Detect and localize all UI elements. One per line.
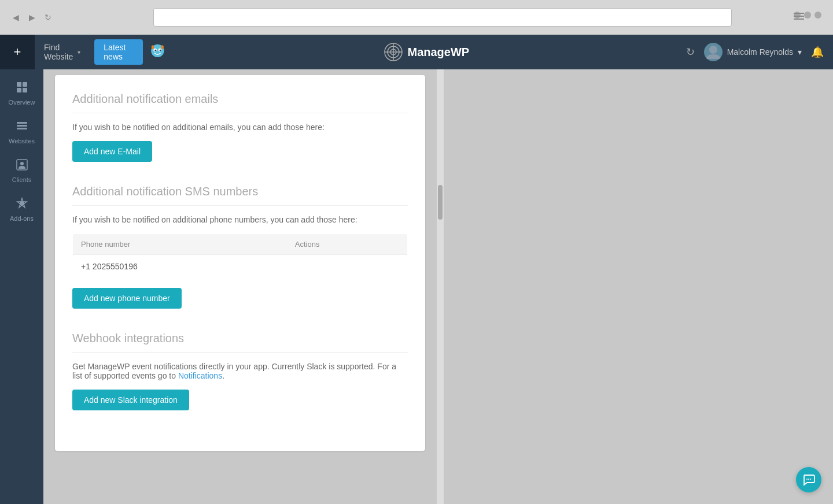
websites-icon (16, 120, 28, 135)
top-nav-left: + Find Website ▾ Latest news (0, 35, 168, 69)
sidebar-item-websites[interactable]: Websites (0, 114, 43, 150)
phone-col-header: Phone number (73, 234, 287, 255)
sms-section: Additional notification SMS numbers If y… (72, 185, 408, 309)
browser-menu-icon[interactable] (794, 13, 804, 20)
latest-news-button[interactable]: Latest news (94, 39, 143, 65)
refresh-icon[interactable]: ↻ (686, 46, 695, 58)
phone-table-header-row: Phone number Actions (73, 234, 408, 255)
clients-icon (16, 158, 28, 174)
scrollbar-thumb[interactable] (438, 185, 443, 220)
webhook-desc-after: . (222, 371, 224, 380)
sidebar: Overview Websites (0, 69, 43, 504)
circle-3 (814, 12, 821, 18)
find-website-label: Find Website (44, 43, 73, 61)
avatar (704, 43, 723, 61)
webhook-desc-before: Get ManageWP event notifications directl… (72, 362, 396, 380)
sidebar-item-overview-label: Overview (9, 99, 35, 106)
top-nav-right: ↻ Malcolm Reynolds ▾ 🔔 (686, 43, 833, 61)
add-slack-button[interactable]: Add new Slack integration (72, 390, 189, 410)
actions-cell (287, 255, 408, 279)
logo-icon (384, 43, 403, 61)
browser-chrome: ◀ ▶ ↻ (0, 0, 833, 35)
find-website-dropdown[interactable]: Find Website ▾ (35, 43, 90, 61)
reload-button[interactable]: ↻ (42, 11, 54, 24)
webhook-section: Webhook integrations Get ManageWP event … (72, 332, 408, 410)
forward-button[interactable]: ▶ (25, 11, 38, 24)
main-area: Overview Websites (0, 69, 833, 504)
emails-section-desc: If you wish to be notified on additional… (72, 123, 408, 132)
svg-rect-16 (23, 88, 27, 92)
phone-table-body: +1 2025550196 (73, 255, 408, 279)
actions-col-header: Actions (287, 234, 408, 255)
svg-rect-6 (161, 45, 164, 49)
svg-rect-17 (17, 122, 27, 124)
user-menu[interactable]: Malcolm Reynolds ▾ (704, 43, 802, 61)
phone-number-cell: +1 2025550196 (73, 255, 287, 279)
svg-point-4 (160, 50, 161, 51)
browser-nav: ◀ ▶ ↻ (9, 11, 54, 24)
sidebar-item-websites-label: Websites (9, 138, 35, 144)
sidebar-item-clients-label: Clients (12, 176, 32, 183)
top-nav-center: ManageWP (168, 43, 686, 61)
svg-point-12 (709, 46, 717, 54)
svg-rect-13 (17, 82, 21, 87)
sidebar-item-addons[interactable]: Add-ons (0, 191, 43, 228)
phone-table: Phone number Actions +1 2025550196 (72, 234, 408, 279)
settings-panel: Additional notification emails If you wi… (55, 75, 425, 451)
sms-section-title: Additional notification SMS numbers (72, 185, 408, 206)
emails-section: Additional notification emails If you wi… (72, 92, 408, 162)
svg-rect-18 (17, 125, 27, 127)
scrollbar-track[interactable] (437, 69, 444, 504)
mascot-icon (148, 38, 168, 66)
sidebar-item-addons-label: Add-ons (10, 215, 34, 222)
logo: ManageWP (384, 43, 469, 61)
address-bar[interactable] (153, 8, 732, 27)
chat-bubble-button[interactable] (796, 467, 821, 492)
phone-table-header: Phone number Actions (73, 234, 408, 255)
sidebar-item-clients[interactable]: Clients (0, 153, 43, 189)
addons-icon (16, 197, 28, 213)
webhook-section-title: Webhook integrations (72, 332, 408, 353)
chevron-down-icon: ▾ (78, 49, 80, 55)
content-area: Additional notification emails If you wi… (43, 69, 833, 504)
user-chevron-icon: ▾ (798, 47, 802, 57)
webhook-section-desc: Get ManageWP event notifications directl… (72, 362, 408, 380)
table-row: +1 2025550196 (73, 255, 408, 279)
svg-rect-15 (17, 88, 21, 92)
add-phone-button[interactable]: Add new phone number (72, 288, 182, 309)
bell-icon[interactable]: 🔔 (811, 46, 824, 58)
circle-2 (804, 12, 811, 18)
top-nav: + Find Website ▾ Latest news (0, 35, 833, 69)
svg-point-26 (810, 479, 811, 480)
sidebar-item-overview[interactable]: Overview (0, 75, 43, 112)
app-container: + Find Website ▾ Latest news (0, 35, 833, 504)
logo-text: ManageWP (407, 46, 469, 59)
svg-rect-19 (17, 128, 27, 129)
back-button[interactable]: ◀ (9, 11, 22, 24)
svg-point-3 (155, 50, 157, 51)
add-email-button[interactable]: Add new E-Mail (72, 141, 152, 162)
add-site-button[interactable]: + (0, 35, 35, 69)
sms-section-desc: If you wish to be notified on additional… (72, 215, 408, 224)
svg-point-24 (806, 479, 808, 480)
overview-icon (16, 81, 28, 97)
emails-section-title: Additional notification emails (72, 92, 408, 113)
svg-rect-5 (152, 45, 154, 49)
notifications-link[interactable]: Notifications (178, 371, 222, 380)
svg-rect-14 (23, 82, 27, 87)
svg-point-21 (20, 162, 24, 165)
svg-point-25 (808, 479, 809, 480)
user-name: Malcolm Reynolds (727, 47, 793, 57)
